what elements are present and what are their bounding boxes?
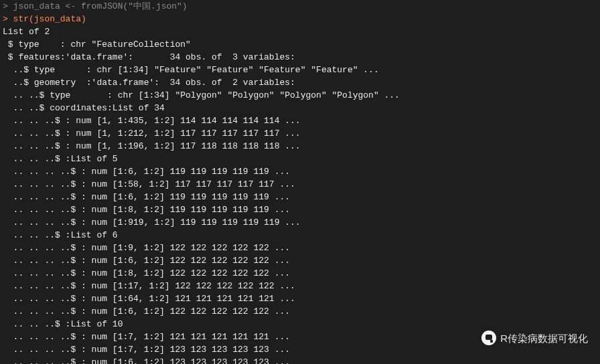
output-line: .. .. ..$ :List of 10 (3, 318, 597, 331)
output-line: $ features:'data.frame': 34 obs. of 3 va… (3, 51, 597, 64)
output-line: .. .. ..$ :List of 5 (3, 153, 597, 165)
output-line: .. .. .. ..$ : num [1:6, 1:2] 122 122 12… (3, 305, 597, 318)
output-line: .. ..$ type : chr [1:34] "Polygon" "Poly… (3, 89, 597, 102)
watermark-text: R传染病数据可视化 (500, 332, 588, 345)
output-line: .. .. .. ..$ : num [1:17, 1:2] 122 122 1… (3, 280, 597, 292)
output-line: $ type : chr "FeatureCollection" (3, 38, 597, 51)
output-line: List of 2 (3, 25, 597, 38)
output-line: .. .. ..$ : num [1, 1:196, 1:2] 117 118 … (3, 140, 597, 153)
previous-command: > json_data <- fromJSON("中国.json") (3, 0, 597, 13)
output-line: .. .. .. ..$ : num [1:6, 1:2] 119 119 11… (3, 165, 597, 178)
terminal-output[interactable]: > json_data <- fromJSON("中国.json") > str… (0, 0, 600, 364)
output-line: .. .. .. ..$ : num [1:58, 1:2] 117 117 1… (3, 178, 597, 191)
output-line: .. .. ..$ :List of 6 (3, 229, 597, 242)
output-line: .. .. .. ..$ : num [1:8, 1:2] 119 119 11… (3, 203, 597, 216)
output-line: .. .. ..$ : num [1, 1:212, 1:2] 117 117 … (3, 127, 597, 140)
wechat-icon (481, 331, 496, 345)
output-line: .. .. .. ..$ : num [1:919, 1:2] 119 119 … (3, 216, 597, 229)
current-command: > str(json_data) (3, 13, 597, 25)
output-line: .. ..$ coordinates:List of 34 (3, 102, 597, 114)
output-line: .. .. .. ..$ : num [1:6, 1:2] 119 119 11… (3, 191, 597, 203)
output-container: List of 2 $ type : chr "FeatureCollectio… (3, 25, 597, 364)
watermark: R传染病数据可视化 (481, 331, 588, 345)
output-line: .. .. .. ..$ : num [1:8, 1:2] 122 122 12… (3, 267, 597, 280)
output-line: ..$ geometry :'data.frame': 34 obs. of 2… (3, 76, 597, 89)
output-line: .. .. ..$ : num [1, 1:435, 1:2] 114 114 … (3, 114, 597, 127)
output-line: .. .. .. ..$ : num [1:6, 1:2] 122 122 12… (3, 254, 597, 267)
output-line: .. .. .. ..$ : num [1:64, 1:2] 121 121 1… (3, 292, 597, 305)
output-line: .. .. .. ..$ : num [1:9, 1:2] 122 122 12… (3, 242, 597, 254)
output-line: .. .. .. ..$ : num [1:6, 1:2] 123 123 12… (3, 356, 597, 364)
output-line: ..$ type : chr [1:34] "Feature" "Feature… (3, 64, 597, 76)
